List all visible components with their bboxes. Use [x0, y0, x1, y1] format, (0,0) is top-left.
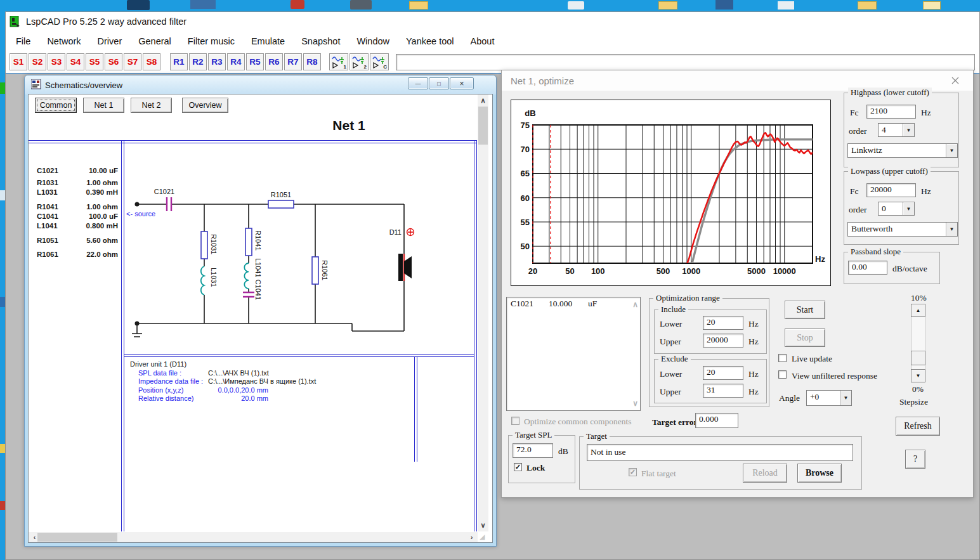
- target-error-field[interactable]: 0.000: [695, 413, 738, 428]
- tab-net-1[interactable]: Net 1: [83, 98, 124, 113]
- chevron-down-icon[interactable]: ▼: [946, 144, 957, 157]
- driver-d11-symbol[interactable]: [398, 254, 412, 281]
- passband-field[interactable]: 0.00: [848, 261, 887, 275]
- start-button[interactable]: Start: [785, 301, 825, 319]
- exclude-lower-field[interactable]: 20: [703, 366, 743, 380]
- menu-item-snapshot[interactable]: Snapshot: [301, 36, 340, 46]
- svg-text:75: 75: [521, 120, 530, 130]
- help-button[interactable]: ?: [905, 450, 925, 469]
- menu-item-yankee-tool[interactable]: Yankee tool: [406, 36, 454, 46]
- close-icon[interactable]: [950, 75, 960, 86]
- target-spl-unit: dB: [558, 446, 568, 457]
- horizontal-scrollbar[interactable]: ‹ ›: [29, 532, 478, 542]
- capacitor-c1021[interactable]: [167, 197, 171, 211]
- toolbar-button-s6[interactable]: S6: [105, 53, 122, 70]
- capacitor-c1041[interactable]: [243, 292, 254, 297]
- view-unfiltered-label: View unfiltered response: [792, 371, 877, 381]
- tab-common[interactable]: Common: [35, 98, 77, 113]
- component-value: 1.00 ohm: [86, 179, 118, 186]
- toolbar-button-s5[interactable]: S5: [86, 53, 103, 70]
- include-lower-field[interactable]: 20: [703, 316, 743, 330]
- scrollbar-thumb[interactable]: [478, 107, 488, 145]
- toolbar-button-r4[interactable]: R4: [227, 53, 245, 70]
- tab-overview[interactable]: Overview: [182, 98, 228, 113]
- lock-checkbox[interactable]: ✓: [514, 463, 522, 471]
- scroll-down-icon[interactable]: ∨: [632, 399, 638, 408]
- menu-item-window[interactable]: Window: [356, 36, 389, 46]
- exclude-upper-field[interactable]: 31: [703, 384, 743, 398]
- minimize-button[interactable]: —: [408, 77, 428, 89]
- scroll-right-icon[interactable]: ›: [467, 532, 476, 542]
- label-r1031: R1031: [210, 234, 218, 254]
- browse-button[interactable]: Browse: [797, 464, 842, 483]
- toolbar-status-field[interactable]: [396, 54, 975, 70]
- scrollbar-thumb[interactable]: [37, 533, 117, 542]
- menu-item-about[interactable]: About: [471, 36, 495, 46]
- scroll-up-icon[interactable]: ∧: [632, 300, 638, 309]
- optimize-list-item[interactable]: C102110.000uF: [507, 297, 640, 309]
- view-unfiltered-checkbox[interactable]: [778, 370, 787, 379]
- include-upper-field[interactable]: 20000: [703, 334, 743, 348]
- toolbar-button-r3[interactable]: R3: [208, 53, 226, 70]
- chevron-down-icon[interactable]: ▼: [840, 391, 851, 405]
- vertical-scrollbar[interactable]: ∧ ∨: [478, 94, 488, 531]
- refresh-button[interactable]: Refresh: [896, 417, 940, 436]
- target-file-field[interactable]: Not in use: [587, 444, 853, 461]
- inductor-l1041[interactable]: [244, 263, 249, 289]
- resistor-r1051[interactable]: [268, 200, 294, 208]
- toolbar-button-r7[interactable]: R7: [284, 53, 302, 70]
- toolbar-button-s4[interactable]: S4: [67, 53, 84, 70]
- toolbar-button-r8[interactable]: R8: [303, 53, 321, 70]
- lp-order-select[interactable]: 0▼: [878, 202, 915, 216]
- close-button[interactable]: ×: [450, 77, 474, 89]
- toolbar-network-button-1[interactable]: 1: [329, 53, 348, 70]
- chevron-down-icon[interactable]: ▼: [903, 124, 914, 136]
- toolbar-button-r5[interactable]: R5: [246, 53, 264, 70]
- resistor-r1031[interactable]: [201, 231, 207, 259]
- tab-net-2[interactable]: Net 2: [131, 98, 172, 113]
- toolbar-button-r1[interactable]: R1: [170, 53, 188, 70]
- target-spl-field[interactable]: 72.0: [513, 443, 553, 458]
- menubar: FileNetworkDriverGeneralFilter musicEmul…: [6, 32, 979, 51]
- menu-item-file[interactable]: File: [16, 36, 30, 46]
- inductor-l1031[interactable]: [201, 266, 204, 295]
- toolbar-network-button-2[interactable]: 2: [350, 53, 369, 70]
- maximize-button[interactable]: □: [429, 77, 449, 89]
- resize-grip-icon[interactable]: ◢: [480, 533, 490, 543]
- toolbar-network-button-c[interactable]: C: [370, 53, 389, 70]
- menu-item-driver[interactable]: Driver: [98, 36, 122, 46]
- menu-item-network[interactable]: Network: [47, 36, 81, 46]
- hp-type-select[interactable]: Linkwitz▼: [847, 143, 958, 158]
- toolbar-button-s7[interactable]: S7: [124, 53, 141, 70]
- scroll-down-icon[interactable]: ∨: [478, 521, 488, 530]
- menu-item-filter-music[interactable]: Filter music: [188, 36, 235, 46]
- chevron-down-icon[interactable]: ▼: [946, 223, 957, 236]
- hp-order-select[interactable]: 4▼: [878, 123, 915, 137]
- toolbar-button-s8[interactable]: S8: [143, 53, 160, 70]
- menu-item-emulate[interactable]: Emulate: [251, 36, 285, 46]
- toolbar-button-s1[interactable]: S1: [10, 53, 27, 70]
- scroll-up-icon[interactable]: ∧: [478, 96, 488, 105]
- stepsize-thumb[interactable]: [911, 351, 925, 365]
- include-lower-unit: Hz: [748, 319, 759, 329]
- component-list-item: R106122.0 ohm: [37, 251, 118, 258]
- hp-fc-field[interactable]: 2100: [866, 105, 916, 119]
- stepsize-max-label: 10%: [911, 293, 927, 303]
- lp-fc-field[interactable]: 20000: [866, 183, 916, 197]
- desktop-icon-fragment: [0, 444, 5, 453]
- chevron-down-icon[interactable]: ▼: [903, 202, 914, 215]
- target-spl-legend: Target SPL: [513, 430, 554, 440]
- live-update-checkbox[interactable]: [778, 354, 787, 362]
- angle-select[interactable]: +0▼: [806, 390, 852, 406]
- toolbar-button-s3[interactable]: S3: [48, 53, 65, 70]
- resistor-r1041[interactable]: [245, 228, 252, 256]
- optimize-component-list[interactable]: C102110.000uF ∧ ∨: [506, 297, 641, 411]
- menu-item-general[interactable]: General: [138, 36, 171, 46]
- lp-type-select[interactable]: Butterworth▼: [847, 222, 958, 237]
- resistor-r1061[interactable]: [312, 257, 318, 284]
- toolbar-button-s2[interactable]: S2: [29, 53, 46, 70]
- stepsize-down-button[interactable]: ▼: [911, 369, 925, 382]
- toolbar-button-r6[interactable]: R6: [265, 53, 283, 70]
- toolbar-button-r2[interactable]: R2: [189, 53, 207, 70]
- stepsize-up-button[interactable]: ▲: [911, 304, 925, 317]
